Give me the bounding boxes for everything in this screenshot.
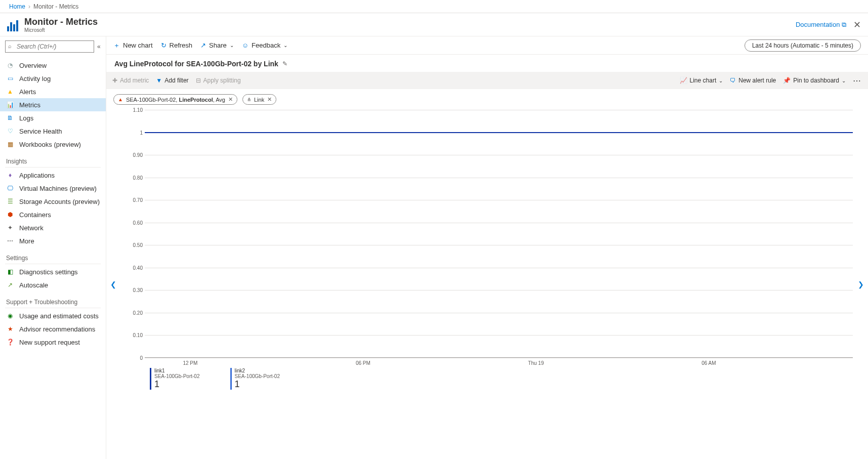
prev-chart-icon[interactable]: ❮: [107, 277, 119, 291]
nav-group-label: Settings: [5, 247, 101, 264]
next-chart-icon[interactable]: ❯: [855, 277, 867, 291]
share-button[interactable]: ↗Share ⌄: [200, 41, 234, 49]
chip-text: SEA-100Gb-Port-02, LineProtocol, Avg: [126, 97, 225, 103]
feedback-button[interactable]: ☺Feedback ⌄: [242, 41, 287, 49]
add-metric-button[interactable]: ✚Add metric: [112, 77, 149, 84]
gridline: [145, 268, 853, 268]
refresh-icon: ↻: [161, 41, 167, 49]
sidebar-item-diagnostics-settings[interactable]: ◧Diagnostics settings: [0, 265, 106, 278]
sidebar-item-new-support-request[interactable]: ❓New support request: [0, 336, 106, 349]
sidebar-item-activity-log[interactable]: ▭Activity log: [0, 72, 106, 85]
pin-icon: 📌: [783, 77, 791, 84]
nav-item-icon: 🖵: [6, 184, 14, 192]
page-title: Monitor - Metrics: [24, 17, 98, 27]
edit-title-icon[interactable]: ✎: [282, 60, 287, 67]
gridline: [145, 110, 853, 110]
chart-sub-toolbar: ✚Add metric ▼Add filter ⊟Apply splitting…: [106, 72, 868, 89]
sidebar-item-more[interactable]: ⋯More: [0, 234, 106, 247]
y-axis-label: 0.30: [132, 287, 143, 293]
nav-item-icon: 📊: [6, 101, 14, 109]
sidebar-item-network[interactable]: ✦Network: [0, 221, 106, 234]
documentation-link[interactable]: Documentation ⧉: [796, 21, 846, 29]
nav-item-label: Activity log: [19, 75, 51, 82]
y-axis-label: 0.10: [132, 332, 143, 338]
nav-item-icon: ❓: [6, 338, 14, 346]
split-chip[interactable]: ⋔ Link ✕: [242, 94, 276, 105]
nav-item-icon: ◉: [6, 312, 14, 320]
sidebar-search-input[interactable]: [5, 40, 94, 53]
nav-item-icon: ▭: [6, 74, 14, 82]
warning-icon: ▲: [118, 97, 123, 102]
sidebar-item-alerts[interactable]: ▲Alerts: [0, 85, 106, 98]
chart-legend: link1SEA-100Gb-Port-021link2SEA-100Gb-Po…: [121, 358, 853, 400]
sidebar-item-overview[interactable]: ◔Overview: [0, 59, 106, 72]
y-axis-label: 1: [132, 130, 143, 135]
x-axis-label: 12 PM: [183, 360, 197, 366]
x-axis: [145, 357, 853, 358]
x-axis-label: Thu 19: [528, 360, 544, 366]
nav-item-icon: ◧: [6, 268, 14, 276]
more-options-button[interactable]: ⋯: [853, 76, 862, 86]
nav-item-label: More: [19, 237, 34, 245]
nav-item-icon: ★: [6, 325, 14, 333]
nav-item-icon: ♡: [6, 127, 14, 135]
y-axis-label: 0.20: [132, 310, 143, 315]
chevron-down-icon: ⌄: [842, 78, 846, 84]
breadcrumb-home[interactable]: Home: [9, 3, 25, 10]
chevron-down-icon: ⌄: [283, 43, 287, 48]
time-range-picker[interactable]: Last 24 hours (Automatic - 5 minutes): [745, 39, 861, 52]
collapse-sidebar-icon[interactable]: «: [97, 43, 101, 50]
nav-item-label: New support request: [19, 339, 80, 346]
refresh-button[interactable]: ↻Refresh: [161, 41, 193, 49]
legend-series-name: link1: [154, 368, 200, 373]
sidebar-item-advisor-recommendations[interactable]: ★Advisor recommendations: [0, 322, 106, 336]
add-metric-icon: ✚: [112, 77, 117, 84]
legend-item[interactable]: link1SEA-100Gb-Port-021: [150, 368, 200, 390]
gridline: [145, 155, 853, 155]
sidebar-item-workbooks-preview-[interactable]: ▦Workbooks (preview): [0, 138, 106, 151]
legend-series-resource: SEA-100Gb-Port-02: [154, 373, 200, 379]
nav-item-icon: 🗎: [6, 114, 14, 122]
alert-icon: 🗨: [730, 77, 736, 84]
legend-item[interactable]: link2SEA-100Gb-Port-021: [230, 368, 280, 390]
nav-item-label: Diagnostics settings: [19, 268, 78, 276]
close-icon[interactable]: ✕: [853, 19, 861, 30]
sidebar-item-containers[interactable]: ⬢Containers: [0, 208, 106, 221]
apply-splitting-button[interactable]: ⊟Apply splitting: [196, 77, 241, 84]
y-axis-label: 1.10: [132, 107, 143, 113]
y-axis-label: 0.60: [132, 220, 143, 225]
y-axis-label: 0.70: [132, 197, 143, 203]
sidebar-item-service-health[interactable]: ♡Service Health: [0, 124, 106, 138]
sidebar-item-applications[interactable]: ♦Applications: [0, 169, 106, 182]
search-icon: ⌕: [8, 43, 12, 49]
nav-item-label: Overview: [19, 62, 47, 69]
add-filter-button[interactable]: ▼Add filter: [156, 77, 188, 84]
gridline: [145, 335, 853, 336]
page-header: Monitor - Metrics Microsoft Documentatio…: [0, 13, 868, 36]
pin-to-dashboard-button[interactable]: 📌Pin to dashboard ⌄: [783, 77, 846, 84]
nav-item-label: Network: [19, 224, 44, 232]
sidebar-item-autoscale[interactable]: ↗Autoscale: [0, 278, 106, 291]
nav-item-label: Advisor recommendations: [19, 325, 95, 333]
sidebar-item-logs[interactable]: 🗎Logs: [0, 111, 106, 124]
metric-chip[interactable]: ▲ SEA-100Gb-Port-02, LineProtocol, Avg ✕: [113, 94, 237, 105]
remove-chip-icon[interactable]: ✕: [228, 96, 233, 103]
chevron-down-icon: ⌄: [719, 78, 723, 84]
nav-item-label: Metrics: [19, 101, 40, 109]
legend-series-value: 1: [235, 379, 280, 390]
sidebar-item-usage-and-estimated-costs[interactable]: ◉Usage and estimated costs: [0, 309, 106, 322]
sidebar-item-storage-accounts-preview-[interactable]: ☰Storage Accounts (preview): [0, 195, 106, 208]
legend-series-value: 1: [154, 379, 200, 390]
filter-icon: ▼: [156, 77, 162, 84]
sidebar-item-virtual-machines-preview-[interactable]: 🖵Virtual Machines (preview): [0, 182, 106, 195]
split-icon: ⋔: [247, 97, 251, 102]
nav-item-icon: ☰: [6, 197, 14, 205]
new-chart-button[interactable]: ＋New chart: [113, 41, 153, 50]
sidebar: ⌕ « ◔Overview▭Activity log▲Alerts📊Metric…: [0, 36, 106, 459]
sidebar-item-metrics[interactable]: 📊Metrics: [0, 98, 106, 111]
y-axis-label: 0.50: [132, 242, 143, 248]
new-alert-rule-button[interactable]: 🗨New alert rule: [730, 77, 776, 84]
chart-canvas[interactable]: 1.1010.900.800.700.600.500.400.300.200.1…: [133, 110, 853, 358]
chart-type-dropdown[interactable]: 📈Line chart ⌄: [680, 77, 723, 84]
remove-chip-icon[interactable]: ✕: [267, 96, 272, 103]
